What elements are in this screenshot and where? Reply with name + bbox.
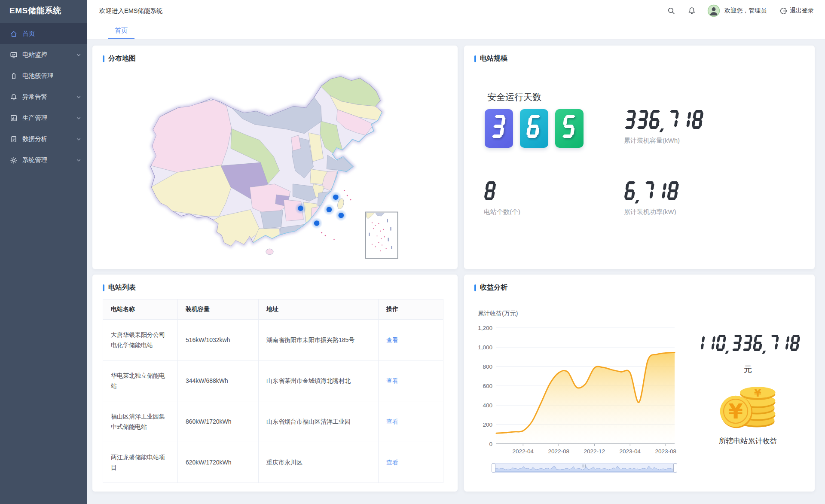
cell-action: 查看 <box>379 360 443 401</box>
sidebar-item-5[interactable]: 数据分析 <box>0 128 87 150</box>
cell-address: 山东省莱州市金城镇海北嘴村北 <box>259 360 379 401</box>
station-count-value <box>484 181 520 204</box>
china-map <box>103 67 447 263</box>
svg-text:200: 200 <box>483 422 492 428</box>
sidebar-item-label: 生产管理 <box>22 114 47 122</box>
table-row: 两江龙盛储能电站项目620kW/1720kWh重庆市永川区查看 <box>103 442 443 483</box>
logout-button[interactable]: 退出登录 <box>779 7 814 15</box>
revenue-body: 累计收益(万元) 02004006008001,0001,2002022-042… <box>474 303 804 492</box>
column-header: 操作 <box>379 299 443 320</box>
content: 分布地图 <box>87 40 825 504</box>
svg-text:2023-04: 2023-04 <box>619 448 641 455</box>
alarm-bell-icon <box>10 93 18 101</box>
view-link[interactable]: 查看 <box>386 377 398 384</box>
stat-total-capacity: 累计装机容量(kWh) <box>624 110 705 145</box>
revenue-card-title-text: 收益分析 <box>480 283 507 292</box>
station-list-card: 电站列表 电站名称装机容量地址操作 大唐华银耒阳分公司电化学储能电站516kW/… <box>92 275 458 492</box>
gold-coins-icon: ¥ ¥ <box>691 382 804 432</box>
tab-home-label: 首页 <box>115 27 128 35</box>
monitor-icon <box>10 51 18 59</box>
station-count-label: 电站个数(个) <box>484 208 520 216</box>
topbar-right: 欢迎您，管理员 退出登录 <box>655 4 814 17</box>
hainan-shape <box>266 249 273 254</box>
cell-station-name: 福山区清洋工业园集中式储能电站 <box>103 401 178 442</box>
chart-datazoom-brush[interactable] <box>492 462 677 474</box>
table-row: 华电莱北独立储能电站344kW/688kWh山东省莱州市金城镇海北嘴村北查看 <box>103 360 443 401</box>
sidebar-menu: 首页电站监控电池簇管理异常告警生产管理数据分析系统管理 <box>0 23 87 171</box>
total-revenue-value <box>691 335 804 354</box>
data-document-icon <box>10 135 18 143</box>
svg-text:1,200: 1,200 <box>478 325 492 331</box>
welcome-text: 欢迎进入EMS储能系统 <box>99 7 162 15</box>
safety-day-digit-tile <box>555 109 584 148</box>
cell-address: 湖南省衡阳市耒阳市振兴路185号 <box>259 320 379 360</box>
safety-day-digit-tile <box>520 109 548 148</box>
station-marker[interactable] <box>335 210 347 221</box>
station-marker[interactable] <box>311 217 323 229</box>
map-card-title: 分布地图 <box>103 54 447 63</box>
svg-text:¥: ¥ <box>728 399 743 423</box>
user-greeting: 欢迎您，管理员 <box>724 7 767 15</box>
view-link[interactable]: 查看 <box>386 459 398 466</box>
notification-bell-icon[interactable] <box>688 6 696 15</box>
table-row: 大唐华银耒阳分公司电化学储能电站516kW/1032kwh湖南省衡阳市耒阳市振兴… <box>103 320 443 360</box>
chevron-down-icon <box>76 116 81 121</box>
svg-text:2022-12: 2022-12 <box>584 448 605 455</box>
station-table: 电站名称装机容量地址操作 大唐华银耒阳分公司电化学储能电站516kW/1032k… <box>103 299 443 483</box>
sidebar-item-2[interactable]: 电池簇管理 <box>0 65 87 86</box>
avatar[interactable] <box>707 4 720 17</box>
view-link[interactable]: 查看 <box>386 336 398 343</box>
title-bar-accent <box>103 55 104 62</box>
cell-capacity: 620kW/1720kWh <box>178 442 259 483</box>
tab-bar: 首页 <box>87 21 825 40</box>
station-marker[interactable] <box>330 191 342 203</box>
tab-home[interactable]: 首页 <box>108 22 134 39</box>
svg-text:2022-04: 2022-04 <box>512 448 534 455</box>
svg-text:2023-08: 2023-08 <box>655 448 676 455</box>
brush-handle-left <box>492 464 495 472</box>
sidebar-item-label: 数据分析 <box>22 135 47 143</box>
cell-station-name: 两江龙盛储能电站项目 <box>103 442 178 483</box>
station-marker[interactable] <box>295 202 306 214</box>
chevron-down-icon <box>76 52 81 58</box>
chevron-down-icon <box>76 95 81 100</box>
chevron-down-icon <box>76 158 81 163</box>
station-marker[interactable] <box>323 204 335 215</box>
battery-icon <box>10 72 18 80</box>
safety-days-label: 安全运行天数 <box>487 91 541 103</box>
revenue-caption: 所辖电站累计收益 <box>691 436 804 446</box>
svg-text:800: 800 <box>483 363 492 370</box>
distribution-map-card: 分布地图 <box>92 46 458 269</box>
search-icon[interactable] <box>667 6 675 15</box>
home-icon <box>10 30 18 38</box>
sidebar-item-4[interactable]: 生产管理 <box>0 107 87 128</box>
cell-address: 重庆市永川区 <box>259 442 379 483</box>
sidebar-item-0[interactable]: 首页 <box>0 23 87 44</box>
sidebar-item-label: 首页 <box>22 30 35 38</box>
sidebar-item-label: 异常告警 <box>22 93 47 101</box>
sidebar-item-label: 系统管理 <box>22 156 47 164</box>
station-scale-card: 电站规模 安全运行天数 累计装机容量(kWh) 电站个数(个) <box>464 46 815 269</box>
view-link[interactable]: 查看 <box>386 418 398 425</box>
cell-station-name: 华电莱北独立储能电站 <box>103 360 178 401</box>
sidebar-item-3[interactable]: 异常告警 <box>0 86 87 107</box>
chevron-down-icon <box>76 137 81 142</box>
cell-action: 查看 <box>379 442 443 483</box>
table-header-row: 电站名称装机容量地址操作 <box>103 299 443 320</box>
svg-text:2022-08: 2022-08 <box>548 448 569 455</box>
safety-days-digits <box>485 109 584 148</box>
sidebar-item-label: 电站监控 <box>22 51 47 59</box>
sidebar-item-6[interactable]: 系统管理 <box>0 150 87 171</box>
cell-action: 查看 <box>379 401 443 442</box>
cell-capacity: 860kW/1720kWh <box>178 401 259 442</box>
sidebar-item-label: 电池簇管理 <box>22 72 54 80</box>
column-header: 电站名称 <box>103 299 178 320</box>
stat-total-power: 累计装机功率(kW) <box>624 181 680 216</box>
svg-text:400: 400 <box>483 402 492 409</box>
table-row: 福山区清洋工业园集中式储能电站860kW/1720kWh山东省烟台市福山区清洋工… <box>103 401 443 442</box>
sidebar-item-1[interactable]: 电站监控 <box>0 44 87 65</box>
revenue-analysis-card: 收益分析 累计收益(万元) 02004006008001,0001,200202… <box>464 275 815 492</box>
cell-station-name: 大唐华银耒阳分公司电化学储能电站 <box>103 320 178 360</box>
column-header: 地址 <box>259 299 379 320</box>
total-revenue-unit: 元 <box>691 364 804 375</box>
